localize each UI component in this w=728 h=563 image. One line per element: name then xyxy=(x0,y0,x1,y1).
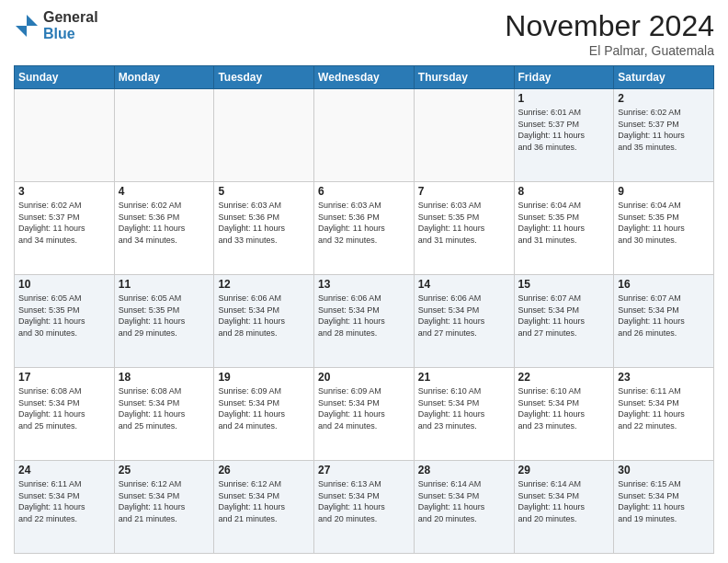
day-info: Sunrise: 6:01 AM Sunset: 5:37 PM Dayligh… xyxy=(518,107,610,153)
calendar-cell: 17Sunrise: 6:08 AM Sunset: 5:34 PM Dayli… xyxy=(15,368,115,461)
day-number: 23 xyxy=(618,371,710,384)
day-number: 8 xyxy=(518,185,610,198)
day-number: 27 xyxy=(318,464,410,477)
calendar-cell: 4Sunrise: 6:02 AM Sunset: 5:36 PM Daylig… xyxy=(114,182,214,275)
calendar-cell: 1Sunrise: 6:01 AM Sunset: 5:37 PM Daylig… xyxy=(514,89,614,182)
day-number: 24 xyxy=(18,464,110,477)
day-number: 1 xyxy=(518,92,610,105)
calendar-cell: 22Sunrise: 6:10 AM Sunset: 5:34 PM Dayli… xyxy=(514,368,614,461)
day-number: 7 xyxy=(418,185,510,198)
calendar-cell: 2Sunrise: 6:02 AM Sunset: 5:37 PM Daylig… xyxy=(614,89,714,182)
day-info: Sunrise: 6:03 AM Sunset: 5:36 PM Dayligh… xyxy=(218,200,310,246)
calendar-col-saturday: Saturday xyxy=(614,66,714,89)
calendar-cell: 27Sunrise: 6:13 AM Sunset: 5:34 PM Dayli… xyxy=(314,461,415,554)
calendar-col-sunday: Sunday xyxy=(15,66,115,89)
calendar-cell xyxy=(414,89,514,182)
day-number: 17 xyxy=(18,371,110,384)
day-info: Sunrise: 6:02 AM Sunset: 5:36 PM Dayligh… xyxy=(119,200,210,246)
calendar-cell: 28Sunrise: 6:14 AM Sunset: 5:34 PM Dayli… xyxy=(414,461,514,554)
calendar-cell: 16Sunrise: 6:07 AM Sunset: 5:34 PM Dayli… xyxy=(614,275,714,368)
day-number: 3 xyxy=(18,185,110,198)
logo-blue-text: Blue xyxy=(43,26,98,42)
calendar-col-monday: Monday xyxy=(114,66,214,89)
calendar-cell: 7Sunrise: 6:03 AM Sunset: 5:35 PM Daylig… xyxy=(414,182,514,275)
day-info: Sunrise: 6:06 AM Sunset: 5:34 PM Dayligh… xyxy=(218,293,310,339)
calendar-cell: 11Sunrise: 6:05 AM Sunset: 5:35 PM Dayli… xyxy=(114,275,214,368)
logo-general-text: General xyxy=(43,9,98,26)
day-number: 29 xyxy=(518,464,610,477)
calendar-week-row: 10Sunrise: 6:05 AM Sunset: 5:35 PM Dayli… xyxy=(15,275,714,368)
calendar-cell: 18Sunrise: 6:08 AM Sunset: 5:34 PM Dayli… xyxy=(114,368,214,461)
calendar-cell: 25Sunrise: 6:12 AM Sunset: 5:34 PM Dayli… xyxy=(114,461,214,554)
calendar-week-row: 1Sunrise: 6:01 AM Sunset: 5:37 PM Daylig… xyxy=(15,89,714,182)
month-title: November 2024 xyxy=(505,9,714,43)
calendar-cell: 12Sunrise: 6:06 AM Sunset: 5:34 PM Dayli… xyxy=(214,275,314,368)
day-info: Sunrise: 6:10 AM Sunset: 5:34 PM Dayligh… xyxy=(518,385,610,431)
day-number: 30 xyxy=(618,464,710,477)
day-info: Sunrise: 6:04 AM Sunset: 5:35 PM Dayligh… xyxy=(618,200,710,246)
calendar-cell xyxy=(314,89,415,182)
day-info: Sunrise: 6:11 AM Sunset: 5:34 PM Dayligh… xyxy=(18,478,110,524)
calendar-week-row: 24Sunrise: 6:11 AM Sunset: 5:34 PM Dayli… xyxy=(15,461,714,554)
calendar-table: SundayMondayTuesdayWednesdayThursdayFrid… xyxy=(14,65,714,554)
svg-marker-1 xyxy=(16,26,27,37)
calendar-cell: 30Sunrise: 6:15 AM Sunset: 5:34 PM Dayli… xyxy=(614,461,714,554)
day-number: 15 xyxy=(518,278,610,291)
calendar-cell: 24Sunrise: 6:11 AM Sunset: 5:34 PM Dayli… xyxy=(15,461,115,554)
day-number: 13 xyxy=(318,278,410,291)
day-info: Sunrise: 6:10 AM Sunset: 5:34 PM Dayligh… xyxy=(418,385,510,431)
calendar-cell xyxy=(15,89,115,182)
day-number: 22 xyxy=(518,371,610,384)
day-number: 16 xyxy=(618,278,710,291)
calendar-col-thursday: Thursday xyxy=(414,66,514,89)
day-number: 12 xyxy=(218,278,310,291)
day-info: Sunrise: 6:05 AM Sunset: 5:35 PM Dayligh… xyxy=(119,293,210,339)
day-number: 25 xyxy=(119,464,210,477)
calendar-cell: 10Sunrise: 6:05 AM Sunset: 5:35 PM Dayli… xyxy=(15,275,115,368)
day-info: Sunrise: 6:09 AM Sunset: 5:34 PM Dayligh… xyxy=(318,385,410,431)
calendar-col-tuesday: Tuesday xyxy=(214,66,314,89)
calendar-cell: 13Sunrise: 6:06 AM Sunset: 5:34 PM Dayli… xyxy=(314,275,415,368)
day-info: Sunrise: 6:07 AM Sunset: 5:34 PM Dayligh… xyxy=(518,293,610,339)
title-block: November 2024 El Palmar, Guatemala xyxy=(505,9,714,58)
day-number: 18 xyxy=(119,371,210,384)
calendar-header-row: SundayMondayTuesdayWednesdayThursdayFrid… xyxy=(15,66,714,89)
day-number: 20 xyxy=(318,371,410,384)
day-number: 11 xyxy=(119,278,210,291)
calendar-cell: 29Sunrise: 6:14 AM Sunset: 5:34 PM Dayli… xyxy=(514,461,614,554)
day-info: Sunrise: 6:06 AM Sunset: 5:34 PM Dayligh… xyxy=(418,293,510,339)
day-info: Sunrise: 6:14 AM Sunset: 5:34 PM Dayligh… xyxy=(418,478,510,524)
calendar-cell: 21Sunrise: 6:10 AM Sunset: 5:34 PM Dayli… xyxy=(414,368,514,461)
day-info: Sunrise: 6:02 AM Sunset: 5:37 PM Dayligh… xyxy=(18,200,110,246)
logo: General Blue xyxy=(14,9,98,41)
logo-text: General Blue xyxy=(43,9,98,41)
day-number: 5 xyxy=(218,185,310,198)
calendar-col-friday: Friday xyxy=(514,66,614,89)
day-number: 26 xyxy=(218,464,310,477)
calendar-cell: 5Sunrise: 6:03 AM Sunset: 5:36 PM Daylig… xyxy=(214,182,314,275)
logo-icon xyxy=(14,13,40,39)
calendar-cell: 9Sunrise: 6:04 AM Sunset: 5:35 PM Daylig… xyxy=(614,182,714,275)
day-number: 2 xyxy=(618,92,710,105)
calendar-cell: 6Sunrise: 6:03 AM Sunset: 5:36 PM Daylig… xyxy=(314,182,415,275)
calendar-cell: 14Sunrise: 6:06 AM Sunset: 5:34 PM Dayli… xyxy=(414,275,514,368)
calendar-cell: 26Sunrise: 6:12 AM Sunset: 5:34 PM Dayli… xyxy=(214,461,314,554)
calendar-cell: 20Sunrise: 6:09 AM Sunset: 5:34 PM Dayli… xyxy=(314,368,415,461)
svg-marker-0 xyxy=(27,15,38,26)
day-number: 9 xyxy=(618,185,710,198)
day-info: Sunrise: 6:03 AM Sunset: 5:36 PM Dayligh… xyxy=(318,200,410,246)
day-number: 14 xyxy=(418,278,510,291)
calendar-cell: 15Sunrise: 6:07 AM Sunset: 5:34 PM Dayli… xyxy=(514,275,614,368)
calendar-week-row: 3Sunrise: 6:02 AM Sunset: 5:37 PM Daylig… xyxy=(15,182,714,275)
day-info: Sunrise: 6:12 AM Sunset: 5:34 PM Dayligh… xyxy=(119,478,210,524)
day-info: Sunrise: 6:03 AM Sunset: 5:35 PM Dayligh… xyxy=(418,200,510,246)
day-info: Sunrise: 6:07 AM Sunset: 5:34 PM Dayligh… xyxy=(618,293,710,339)
calendar-week-row: 17Sunrise: 6:08 AM Sunset: 5:34 PM Dayli… xyxy=(15,368,714,461)
day-info: Sunrise: 6:15 AM Sunset: 5:34 PM Dayligh… xyxy=(618,478,710,524)
day-info: Sunrise: 6:04 AM Sunset: 5:35 PM Dayligh… xyxy=(518,200,610,246)
day-number: 6 xyxy=(318,185,410,198)
day-info: Sunrise: 6:12 AM Sunset: 5:34 PM Dayligh… xyxy=(218,478,310,524)
calendar-cell xyxy=(214,89,314,182)
page: General Blue November 2024 El Palmar, Gu… xyxy=(0,0,728,563)
calendar-cell: 23Sunrise: 6:11 AM Sunset: 5:34 PM Dayli… xyxy=(614,368,714,461)
